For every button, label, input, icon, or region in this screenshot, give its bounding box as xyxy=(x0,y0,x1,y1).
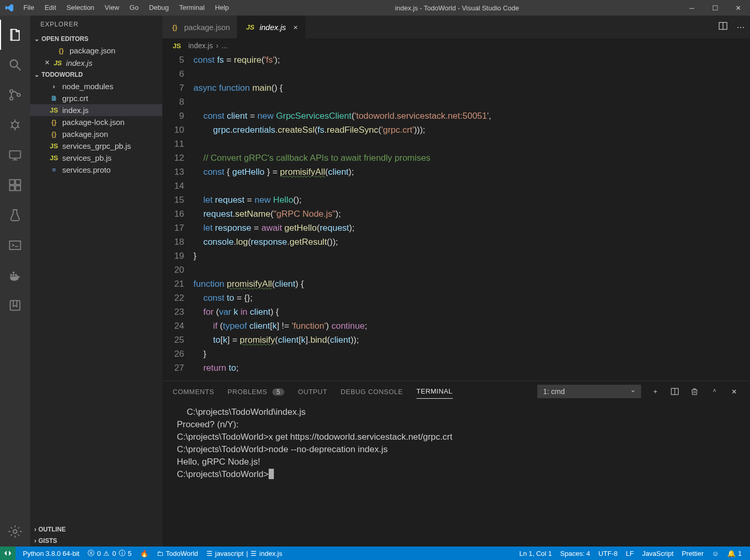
open-editors-header[interactable]: ⌄ OPEN EDITORS xyxy=(30,33,162,45)
problems-count-badge: 5 xyxy=(272,388,284,396)
language-mode-1[interactable]: ☰ javascript | ☰ index.js xyxy=(202,550,286,557)
file-label: index.js xyxy=(62,106,89,115)
file-tree-item[interactable]: {}package.json xyxy=(30,128,162,140)
menu-selection[interactable]: Selection xyxy=(61,0,99,16)
folder-header[interactable]: ⌄ TODOWORLD xyxy=(30,69,162,80)
file-tree-item[interactable]: JSservices_grpc_pb.js xyxy=(30,140,162,152)
explorer-icon[interactable] xyxy=(0,20,30,50)
info-icon: ⓘ xyxy=(119,549,126,558)
file-icon: JS xyxy=(49,142,59,150)
menu-edit[interactable]: Edit xyxy=(39,0,61,16)
settings-gear-icon[interactable] xyxy=(0,516,30,547)
open-editor-item[interactable]: ×JSindex.js xyxy=(30,57,162,69)
outline-header[interactable]: › OUTLINE xyxy=(30,524,162,535)
code-content[interactable]: const fs = require('fs'); async function… xyxy=(193,53,750,381)
title-bar: FileEditSelectionViewGoDebugTerminalHelp… xyxy=(0,0,750,16)
file-tree-item[interactable]: {}package-lock.json xyxy=(30,116,162,128)
file-tree-item[interactable]: ≡services.proto xyxy=(30,164,162,176)
docker-icon[interactable] xyxy=(0,260,30,290)
eol-status[interactable]: LF xyxy=(622,550,638,557)
svg-rect-7 xyxy=(10,180,15,185)
open-editor-item[interactable]: {}package.json xyxy=(30,45,162,57)
live-share-icon[interactable]: 🔥 xyxy=(136,550,152,557)
outline-label: OUTLINE xyxy=(38,526,66,533)
prettier-status[interactable]: Prettier xyxy=(678,550,708,557)
activity-bar xyxy=(0,16,30,547)
search-icon[interactable] xyxy=(0,50,30,80)
editor-tabs: {}package.jsonJSindex.js× ⋯ xyxy=(162,16,750,38)
debug-icon[interactable] xyxy=(0,110,30,140)
extensions-icon[interactable] xyxy=(0,170,30,200)
list-icon: ☰ xyxy=(206,550,213,557)
tab-problems-label: PROBLEMS xyxy=(228,388,267,396)
feedback-icon[interactable]: ☺ xyxy=(707,550,723,557)
js-file-icon: JS xyxy=(172,42,182,50)
window-controls: ─ ☐ ✕ xyxy=(680,0,750,16)
split-terminal-icon[interactable] xyxy=(669,386,680,397)
close-icon[interactable]: × xyxy=(45,58,49,67)
notifications-icon[interactable]: 🔔 1 xyxy=(723,550,746,557)
remote-explorer-icon[interactable] xyxy=(0,140,30,170)
split-editor-icon[interactable] xyxy=(718,21,728,33)
folder-icon: 🗀 xyxy=(157,550,163,557)
chevron-right-icon: › xyxy=(34,537,36,544)
panel-tabs: COMMENTS PROBLEMS 5 OUTPUT DEBUG CONSOLE… xyxy=(162,381,750,402)
maximize-button[interactable]: ☐ xyxy=(703,0,727,16)
terminal-selector[interactable]: 1: cmd xyxy=(537,385,641,398)
close-button[interactable]: ✕ xyxy=(727,0,750,16)
menu-file[interactable]: File xyxy=(18,0,39,16)
file-icon: JS xyxy=(52,59,63,67)
menu-go[interactable]: Go xyxy=(124,0,144,16)
tab-output[interactable]: OUTPUT xyxy=(298,385,327,399)
error-icon: ⓧ xyxy=(88,549,94,558)
file-tree-item[interactable]: ›node_modules xyxy=(30,80,162,92)
svg-point-3 xyxy=(10,97,13,100)
line-gutter: 5678910111213141516171819202122232425262… xyxy=(162,53,193,381)
git-branch-status[interactable]: 🗀 TodoWorld xyxy=(152,550,202,557)
file-icon: JS xyxy=(245,23,255,31)
cursor-position[interactable]: Ln 1, Col 1 xyxy=(515,550,556,557)
svg-rect-8 xyxy=(10,186,15,190)
python-status[interactable]: Python 3.8.0 64-bit xyxy=(19,550,84,557)
gists-label: GISTS xyxy=(38,537,57,544)
svg-point-13 xyxy=(13,530,17,534)
terminal-output[interactable]: C:\projects\TodoWorld\index.jsProceed? (… xyxy=(162,402,750,547)
close-panel-icon[interactable]: ✕ xyxy=(728,386,740,397)
tab-problems[interactable]: PROBLEMS 5 xyxy=(228,385,285,399)
menu-debug[interactable]: Debug xyxy=(144,0,174,16)
tab-debug-console[interactable]: DEBUG CONSOLE xyxy=(341,385,403,399)
file-tree-item[interactable]: JSservices_pb.js xyxy=(30,152,162,164)
indentation-status[interactable]: Spaces: 4 xyxy=(556,550,594,557)
breadcrumb-separator: › xyxy=(216,41,218,50)
problems-status[interactable]: ⓧ0 ⚠0 ⓘ5 xyxy=(84,549,136,558)
encoding-status[interactable]: UTF-8 xyxy=(594,550,622,557)
gists-header[interactable]: › GISTS xyxy=(30,535,162,547)
new-terminal-icon[interactable]: ＋ xyxy=(649,386,661,397)
menu-help[interactable]: Help xyxy=(210,0,234,16)
bookmark-icon[interactable] xyxy=(0,290,30,320)
tab-comments[interactable]: COMMENTS xyxy=(173,385,214,399)
tab-label: index.js xyxy=(259,23,286,32)
menu-terminal[interactable]: Terminal xyxy=(174,0,210,16)
tab-terminal[interactable]: TERMINAL xyxy=(416,384,453,399)
svg-rect-9 xyxy=(16,186,20,190)
source-control-icon[interactable] xyxy=(0,80,30,110)
minimize-button[interactable]: ─ xyxy=(680,0,703,16)
file-tree-item[interactable]: JSindex.js xyxy=(30,104,162,116)
language-status[interactable]: JavaScript xyxy=(638,550,678,557)
close-tab-icon[interactable]: × xyxy=(293,23,298,32)
remote-indicator[interactable] xyxy=(0,547,16,560)
terminal-panel-icon[interactable] xyxy=(0,230,30,260)
kill-terminal-icon[interactable] xyxy=(689,386,700,397)
editor[interactable]: 5678910111213141516171819202122232425262… xyxy=(162,53,750,381)
maximize-panel-icon[interactable]: ＾ xyxy=(709,386,720,397)
svg-point-2 xyxy=(10,90,13,93)
more-actions-icon[interactable]: ⋯ xyxy=(737,22,745,32)
breadcrumb[interactable]: JS index.js › ... xyxy=(162,38,750,53)
test-icon[interactable] xyxy=(0,200,30,230)
editor-tab[interactable]: JSindex.js× xyxy=(238,16,305,38)
file-tree-item[interactable]: 🗎grpc.crt xyxy=(30,92,162,104)
editor-tab[interactable]: {}package.json xyxy=(162,16,238,38)
terminal-cursor xyxy=(269,469,274,479)
menu-view[interactable]: View xyxy=(100,0,124,16)
